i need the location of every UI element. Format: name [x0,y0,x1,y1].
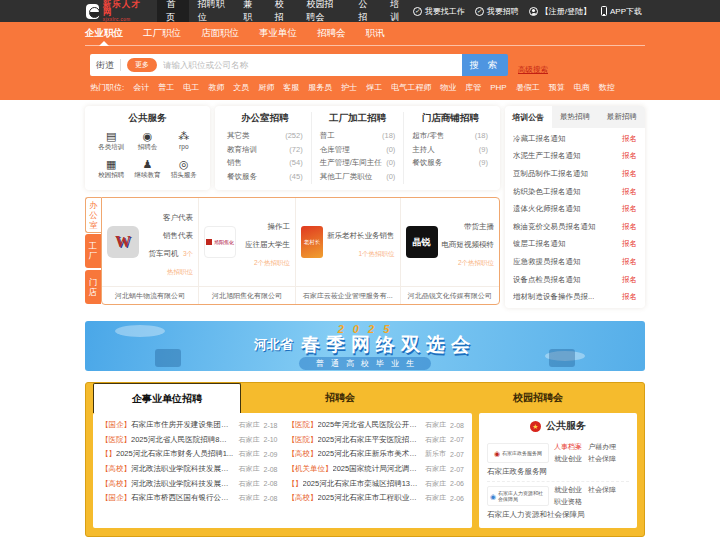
showcase-tab-store[interactable]: 门店 [85,270,101,304]
service-jobfair[interactable]: ◉ 招聘会 [129,130,165,152]
nav-campus-fair[interactable]: 校园招聘会 [297,0,349,22]
category-link[interactable]: 餐饮服务(45) [227,170,303,184]
hire-link[interactable]: ✓ 我要招聘 [475,6,519,17]
category-link[interactable]: 普工(18) [320,129,396,143]
showcase-tab-factory[interactable]: 工厂 [85,234,101,268]
hot-keyword[interactable]: 数控 [599,82,615,93]
subnav-institution-jobs[interactable]: 事业单位 [259,22,297,45]
hot-keyword[interactable]: 普工 [158,82,174,93]
tab-newest-jobs[interactable]: 最新招聘 [598,106,645,128]
gov-tag[interactable]: 就业创业 [554,454,582,464]
find-job-link[interactable]: ✓ 我要找工作 [413,6,465,17]
nav-jobs[interactable]: 招聘职位 [189,0,234,22]
hot-keyword[interactable]: 电商 [574,82,590,93]
apply-link[interactable]: 报名 [622,257,637,267]
hot-keyword[interactable]: 教师 [208,82,224,93]
hot-keyword[interactable]: 预算 [549,82,565,93]
company-card[interactable]: 旭阳焦化 操作工 应往届大学生 2个热招职位 河北旭阳焦化有限公司 [198,198,295,304]
hot-keyword[interactable]: 电气工程师 [391,82,431,93]
listing-row[interactable]: 【】2025河北石家庄市财务人员招聘1... 石家庄2-09 [101,447,278,462]
apply-link[interactable]: 报名 [622,151,637,161]
tab-training-notice[interactable]: 培训公告 [505,106,552,128]
nav-public-recruit[interactable]: 公招 [350,0,382,22]
listing-row[interactable]: 【国企】石家庄市住房开发建设集团有限... 石家庄2-18 [101,418,278,433]
gov-site-logo[interactable]: ◉ 石家庄政务服务网 [487,443,549,463]
apply-link[interactable]: 报名 [622,292,637,302]
gov-tag[interactable]: 户籍办理 [588,442,616,452]
hot-keyword[interactable]: 焊工 [366,82,382,93]
nav-training[interactable]: 培训 [381,0,413,22]
region-selector[interactable]: 街道 [96,59,114,72]
hot-keyword[interactable]: 电工 [183,82,199,93]
apply-link[interactable]: 报名 [622,169,637,179]
gov-tag[interactable]: 社会保障 [588,454,616,464]
listing-row[interactable]: 【国企】石家庄市桥西区国有银行公开招... 石家庄2-08 [101,491,278,506]
subnav-store-jobs[interactable]: 店面职位 [201,22,239,45]
service-training[interactable]: ▤ 各类培训 [93,130,129,152]
service-education[interactable]: ♟ 继续教育 [129,158,165,180]
site-logo[interactable]: 新乐人才网 xjxxlrc.com [86,0,143,22]
hot-keyword[interactable]: 物业 [440,82,456,93]
listing-row[interactable]: 【高校】河北政法职业学院科技发展中心... 石家庄2-08 [101,476,278,491]
hot-keyword[interactable]: 客服 [283,82,299,93]
showcase-tab-office[interactable]: 办公室 [85,197,101,233]
search-button[interactable]: 搜 索 [462,54,508,76]
more-button[interactable]: 更多 [127,58,157,72]
category-link[interactable]: 教育培训(72) [227,143,303,157]
spring-fair-banner[interactable]: 2 0 2 5 河北省 春季网络双选会 普通高校毕业生 [85,321,645,371]
listing-row[interactable]: 【高校】2025河北石家庄新乐市美术学院... 新乐市2-07 [288,447,465,462]
gov-tag[interactable]: 人事档案 [554,442,582,452]
service-headhunt[interactable]: ◎ 猎头服务 [166,158,202,180]
nav-parttime[interactable]: 兼职 [234,0,266,22]
subnav-job-news[interactable]: 职讯 [366,22,385,45]
category-link[interactable]: 餐饮服务(9) [412,156,488,170]
subnav-factory-jobs[interactable]: 工厂职位 [143,22,181,45]
apply-link[interactable]: 报名 [622,204,637,214]
search-input[interactable] [163,60,456,70]
nav-home[interactable]: 首页 [157,0,189,22]
tab-enterprise-recruit[interactable]: 企事业单位招聘 [93,383,241,413]
subnav-company-jobs[interactable]: 企业职位 [85,22,123,45]
category-link[interactable]: 仓库管理(0) [320,143,396,157]
gov-tag[interactable]: 社会保障 [588,485,616,495]
subnav-job-fair[interactable]: 招聘会 [317,22,346,45]
apply-link[interactable]: 报名 [622,275,637,285]
hot-keyword[interactable]: 文员 [233,82,249,93]
category-link[interactable]: 其它类(252) [227,129,303,143]
hot-keyword[interactable]: 暑假工 [516,82,540,93]
hot-keyword[interactable]: 库管 [465,82,481,93]
listing-row[interactable]: 【医院】2025河北石家庄平安医院招聘36... 石家庄2-07 [288,433,465,448]
category-link[interactable]: 生产管理/车间主任(0) [320,156,396,170]
hot-keyword[interactable]: 护士 [341,82,357,93]
gov-tag[interactable]: 就业创业 [554,485,582,495]
advanced-search-link[interactable]: 高级搜索 [518,65,548,76]
listing-row[interactable]: 【医院】2025河北省人民医院招聘8人公告 石家庄2-10 [101,433,278,448]
company-card[interactable]: 晶锐 带货主播 电商短视频模特 2个热招职位 河北晶锐文化传媒有限公司 [400,198,500,304]
gov-tag[interactable]: 职业资格 [554,497,582,507]
gov-site-logo[interactable]: ◉ 石家庄人力资源和社会保障局 [487,486,549,506]
app-download-link[interactable]: APP下载 [601,6,642,17]
hot-keyword[interactable]: 会计 [133,82,149,93]
service-campus[interactable]: ▦ 校园招聘 [93,158,129,180]
category-link[interactable]: 超市/零售(18) [412,129,488,143]
apply-link[interactable]: 报名 [622,222,637,232]
listing-row[interactable]: 【高校】河北政法职业学院科技发展中心... 石家庄2-08 [101,462,278,477]
listing-row[interactable]: 【高校】2025河北石家庄市工程职业学院... 石家庄2-06 [288,491,465,506]
apply-link[interactable]: 报名 [622,187,637,197]
apply-link[interactable]: 报名 [622,134,637,144]
category-link[interactable]: 销售(54) [227,156,303,170]
company-card[interactable]: W 客户代表 销售代表 货车司机 3个热招职位 河北蜗牛物流有限公司 [102,198,198,304]
tab-job-fair[interactable]: 招聘会 [241,383,439,413]
company-card[interactable]: 老村长 新乐老村长业务销售 1个热招职位 石家庄云莜企业管理服务有... [295,198,400,304]
hot-keyword[interactable]: 服务员 [308,82,332,93]
category-link[interactable]: 其他工厂类职位(0) [320,170,396,184]
nav-campus[interactable]: 校招 [266,0,298,22]
category-link[interactable]: 主持人(9) [412,143,488,157]
listing-row[interactable]: 【】2025河北石家庄市栾城区招聘131... 石家庄2-06 [288,476,465,491]
tab-campus-fair[interactable]: 校园招聘会 [439,383,637,413]
apply-link[interactable]: 报名 [622,239,637,249]
service-rpo[interactable]: ⁂ rpo [166,130,202,152]
listing-row[interactable]: 【医院】2025年河北省人民医院公开招聘... 石家庄2-08 [288,418,465,433]
listing-row[interactable]: 【机关单位】2025国家统计局河北调查总队公... 石家庄2-07 [288,462,465,477]
hot-keyword[interactable]: 厨师 [258,82,274,93]
